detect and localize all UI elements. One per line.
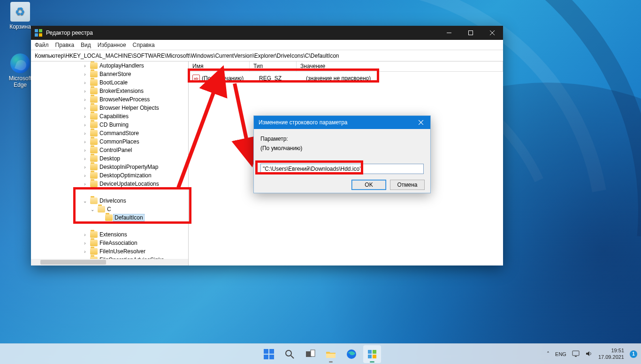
folder-icon <box>90 181 98 187</box>
recycle-bin-icon <box>10 2 30 22</box>
tree-item[interactable]: ›AutoplayHandlers <box>31 61 188 70</box>
tree-twisty-icon[interactable]: ⌄ <box>89 207 96 212</box>
col-header-data[interactable]: Значение <box>297 61 503 71</box>
tree-item[interactable]: ›BootLocale <box>31 78 188 87</box>
regedit-taskbar-button[interactable] <box>363 345 381 363</box>
tree-item[interactable]: ›FileInUseResolver <box>31 247 188 256</box>
tree-twisty-icon[interactable]: › <box>82 106 88 111</box>
value-data: (значение не присвоено) <box>302 75 503 82</box>
tree-item-label: C <box>107 206 111 212</box>
tree-item[interactable]: ›FileOperationAdviseSinks <box>31 256 188 259</box>
col-header-name[interactable]: Имя <box>189 61 250 71</box>
tree-item-driveicons[interactable]: ⌄DriveIcons <box>31 197 188 205</box>
folder-icon <box>90 79 98 86</box>
tree-item[interactable]: ›Capabilities <box>31 112 188 121</box>
tree-twisty-icon[interactable]: › <box>82 131 88 136</box>
tree-twisty-icon[interactable]: › <box>82 122 88 128</box>
folder-icon <box>90 105 98 111</box>
dialog-titlebar[interactable]: Изменение строкового параметра <box>254 116 430 129</box>
menu-edit[interactable]: Правка <box>55 42 75 48</box>
svg-rect-17 <box>373 355 376 358</box>
edge-button[interactable] <box>343 345 360 363</box>
tree-twisty-icon[interactable]: › <box>82 139 88 144</box>
tree-twisty-icon[interactable]: › <box>82 182 88 187</box>
tree-item-c[interactable]: ⌄C <box>31 205 188 213</box>
svg-rect-19 <box>575 356 577 357</box>
titlebar[interactable]: Редактор реестра <box>31 26 503 40</box>
menu-view[interactable]: Вид <box>81 42 91 48</box>
tree-twisty-icon[interactable]: › <box>82 63 88 68</box>
edge-icon <box>10 53 30 73</box>
tree-twisty-icon[interactable]: › <box>82 114 88 119</box>
folder-icon <box>90 62 98 69</box>
tray-overflow-chevron-icon[interactable]: ˄ <box>547 351 549 357</box>
tree-item-defaulticon[interactable]: ›DefaultIcon <box>31 213 188 222</box>
close-button[interactable] <box>481 26 503 40</box>
tree-item[interactable]: ›BrowseNewProcess <box>31 95 188 104</box>
language-indicator[interactable]: ENG <box>555 351 566 357</box>
tree-twisty-icon[interactable]: › <box>82 89 88 94</box>
value-row-default[interactable]: ab (По умолчанию) REG_SZ (значение не пр… <box>189 74 503 83</box>
dialog-value-input[interactable] <box>260 164 424 174</box>
tree-item[interactable]: ›CommonPlaces <box>31 137 188 146</box>
tree-twisty-icon[interactable]: › <box>82 241 88 246</box>
dialog-cancel-button[interactable]: Отмена <box>390 180 425 190</box>
taskbar[interactable]: ˄ ENG 19:51 17.09.2021 1 <box>0 343 641 364</box>
tree-twisty-icon[interactable]: › <box>82 72 88 77</box>
tree-item[interactable]: ›BrokerExtensions <box>31 87 188 95</box>
tree-item[interactable]: ›DesktopIniPropertyMap <box>31 163 188 171</box>
folder-icon <box>90 130 98 136</box>
tree-item[interactable]: ›CD Burning <box>31 121 188 129</box>
tree-item[interactable]: ›FileAssociation <box>31 239 188 247</box>
tree-item[interactable]: ›ControlPanel <box>31 146 188 154</box>
window-title: Редактор реестра <box>46 30 93 36</box>
tree-twisty-icon[interactable]: › <box>82 165 88 170</box>
tree-item-label: ControlPanel <box>99 147 132 153</box>
tree-item[interactable]: ›BannerStore <box>31 70 188 78</box>
clock[interactable]: 19:51 17.09.2021 <box>598 348 624 360</box>
tree-twisty-icon[interactable]: › <box>82 249 88 254</box>
tree-item[interactable]: ›Extensions <box>31 230 188 239</box>
network-icon[interactable] <box>572 350 580 358</box>
dialog-close-button[interactable] <box>412 116 430 129</box>
folder-icon <box>90 121 98 128</box>
tree-item[interactable]: ›Desktop <box>31 154 188 163</box>
tree-twisty-icon[interactable]: › <box>82 80 88 85</box>
folder-icon <box>90 147 98 153</box>
tree-twisty-icon[interactable]: › <box>82 173 88 178</box>
menubar: Файл Правка Вид Избранное Справка <box>31 40 503 50</box>
tree-twisty-icon[interactable]: › <box>82 232 88 237</box>
folder-icon <box>90 138 98 145</box>
tree-twisty-icon[interactable]: › <box>82 97 88 102</box>
folder-icon <box>90 240 98 246</box>
taskview-button[interactable] <box>301 345 319 363</box>
folder-icon <box>90 172 98 179</box>
folder-icon <box>90 96 98 103</box>
tree-twisty-icon[interactable]: ⌄ <box>82 198 88 204</box>
tree-twisty-icon[interactable]: › <box>82 148 88 153</box>
address-bar[interactable]: Компьютер\HKEY_LOCAL_MACHINE\SOFTWARE\Mi… <box>31 50 503 61</box>
menu-favorites[interactable]: Избранное <box>98 42 126 48</box>
search-button[interactable] <box>281 345 298 363</box>
notification-badge[interactable]: 1 <box>630 350 637 358</box>
dialog-ok-button[interactable]: OK <box>351 180 386 190</box>
tree-pane[interactable]: ›AutoplayHandlers›BannerStore›BootLocale… <box>31 61 189 265</box>
system-tray[interactable]: ˄ ENG 19:51 17.09.2021 1 <box>547 348 637 360</box>
minimize-button[interactable] <box>438 26 460 40</box>
tree-horizontal-scrollbar[interactable] <box>31 259 188 265</box>
tree-item[interactable]: ›CommandStore <box>31 129 188 137</box>
tree-item[interactable]: ›DesktopOptimization <box>31 171 188 180</box>
menu-file[interactable]: Файл <box>35 42 49 48</box>
col-header-type[interactable]: Тип <box>250 61 297 71</box>
tree-item-label: DesktopOptimization <box>99 172 152 179</box>
tree-item[interactable]: ›DeviceUpdateLocations <box>31 180 188 188</box>
tree-twisty-icon[interactable]: › <box>82 156 88 161</box>
start-button[interactable] <box>260 345 278 363</box>
volume-icon[interactable] <box>585 350 593 358</box>
tree-item[interactable]: ›Browser Helper Objects <box>31 104 188 112</box>
values-header: Имя Тип Значение <box>189 61 503 72</box>
tree-item-label: CD Burning <box>99 121 129 128</box>
explorer-button[interactable] <box>322 345 340 363</box>
menu-help[interactable]: Справка <box>133 42 155 48</box>
maximize-button[interactable] <box>460 26 481 40</box>
